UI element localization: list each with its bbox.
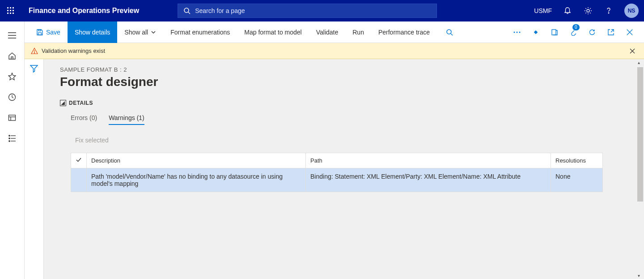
warning-message: Validation warnings exist bbox=[42, 47, 105, 54]
svg-rect-5 bbox=[13, 10, 14, 11]
body-main: SAMPLE FORMAT B : 2 Format designer ◢ DE… bbox=[43, 59, 644, 279]
svg-point-39 bbox=[34, 52, 34, 53]
warning-icon bbox=[31, 47, 38, 55]
tab-errors[interactable]: Errors (0) bbox=[71, 114, 97, 125]
save-icon bbox=[36, 29, 43, 36]
nav-toggle-button[interactable] bbox=[0, 25, 25, 46]
show-all-button[interactable]: Show all bbox=[117, 21, 163, 43]
clock-icon bbox=[8, 93, 16, 101]
svg-rect-8 bbox=[13, 13, 14, 14]
feedback-button[interactable] bbox=[527, 21, 545, 43]
app-launcher-button[interactable] bbox=[0, 0, 21, 21]
column-description[interactable]: Description bbox=[87, 153, 306, 168]
nav-home[interactable] bbox=[0, 46, 25, 66]
app-title: Finance and Operations Preview bbox=[21, 7, 146, 15]
validate-label: Validate bbox=[316, 29, 339, 36]
bell-icon bbox=[564, 7, 572, 15]
hamburger-icon bbox=[8, 32, 16, 39]
svg-line-10 bbox=[188, 12, 190, 14]
filter-button[interactable] bbox=[30, 64, 38, 279]
svg-point-12 bbox=[608, 13, 609, 13]
svg-rect-3 bbox=[7, 10, 8, 11]
modules-icon bbox=[8, 134, 16, 142]
column-resolutions[interactable]: Resolutions bbox=[551, 153, 603, 168]
checkmark-icon bbox=[76, 157, 82, 163]
content-column: Save Show details Show all Format enumer… bbox=[25, 21, 644, 279]
notifications-button[interactable] bbox=[557, 0, 578, 21]
attachments-button[interactable]: 0 bbox=[564, 21, 582, 43]
left-rail bbox=[0, 21, 25, 279]
details-section: ◢ DETAILS Errors (0) Warnings (1) Fix se… bbox=[60, 100, 633, 192]
svg-point-32 bbox=[519, 31, 521, 33]
svg-point-30 bbox=[514, 31, 515, 33]
chevron-down-icon bbox=[151, 30, 156, 35]
page-title: Format designer bbox=[60, 75, 633, 89]
save-label: Save bbox=[46, 29, 60, 36]
svg-point-20 bbox=[9, 135, 10, 136]
details-label: DETAILS bbox=[69, 100, 93, 106]
collapse-icon: ◢ bbox=[60, 100, 66, 106]
popout-button[interactable] bbox=[602, 21, 620, 43]
breadcrumb: SAMPLE FORMAT B : 2 bbox=[60, 66, 633, 73]
global-search-placeholder: Search for a page bbox=[195, 7, 245, 14]
table-row[interactable]: Path 'model/Vendor/Name' has no binding … bbox=[71, 168, 603, 192]
scrollbar-thumb[interactable] bbox=[637, 67, 643, 202]
svg-point-9 bbox=[184, 8, 189, 13]
run-label: Run bbox=[352, 29, 364, 36]
grid-wrapper: Description Path Resolutions Path 'model… bbox=[60, 153, 633, 192]
nav-modules[interactable] bbox=[0, 128, 25, 149]
popout-icon bbox=[607, 29, 614, 36]
avatar[interactable]: NS bbox=[624, 4, 639, 18]
find-button[interactable] bbox=[441, 21, 458, 43]
map-format-button[interactable]: Map format to model bbox=[237, 21, 309, 43]
svg-rect-1 bbox=[10, 7, 11, 9]
refresh-icon bbox=[589, 29, 596, 36]
format-enum-label: Format enumerations bbox=[170, 29, 230, 36]
scrollbar[interactable] bbox=[636, 59, 644, 279]
banner-close-button[interactable] bbox=[629, 46, 640, 56]
more-actions-button[interactable] bbox=[508, 21, 526, 43]
warning-banner: Validation warnings exist bbox=[25, 43, 644, 59]
open-office-button[interactable] bbox=[546, 21, 564, 43]
search-icon bbox=[446, 29, 453, 36]
workspace-icon bbox=[8, 114, 16, 122]
svg-rect-33 bbox=[534, 30, 538, 34]
nav-workspaces[interactable] bbox=[0, 107, 25, 128]
office-icon bbox=[551, 29, 558, 36]
validate-button[interactable]: Validate bbox=[309, 21, 346, 43]
nav-favorites[interactable] bbox=[0, 66, 25, 87]
column-select[interactable] bbox=[71, 153, 87, 168]
show-details-label: Show details bbox=[75, 29, 110, 36]
nav-recent[interactable] bbox=[0, 87, 25, 107]
close-icon bbox=[630, 48, 635, 54]
cell-path: Binding: Statement: XML Element/Party: X… bbox=[306, 168, 551, 192]
company-selector[interactable]: USMF bbox=[529, 7, 557, 14]
svg-rect-26 bbox=[38, 33, 42, 35]
show-details-button[interactable]: Show details bbox=[68, 21, 117, 43]
svg-rect-27 bbox=[38, 30, 41, 31]
close-button[interactable] bbox=[621, 21, 639, 43]
details-header[interactable]: ◢ DETAILS bbox=[60, 100, 633, 106]
svg-point-28 bbox=[447, 30, 451, 34]
fix-selected-button[interactable]: Fix selected bbox=[60, 137, 633, 144]
run-button[interactable]: Run bbox=[345, 21, 371, 43]
svg-line-29 bbox=[451, 34, 453, 35]
save-button[interactable]: Save bbox=[29, 21, 68, 43]
settings-button[interactable] bbox=[578, 0, 598, 21]
refresh-button[interactable] bbox=[583, 21, 601, 43]
table-header-row: Description Path Resolutions bbox=[71, 153, 603, 168]
help-button[interactable] bbox=[598, 0, 619, 21]
topbar: Finance and Operations Preview Search fo… bbox=[0, 0, 644, 21]
svg-rect-17 bbox=[9, 115, 16, 120]
show-all-label: Show all bbox=[124, 29, 148, 36]
column-path[interactable]: Path bbox=[306, 153, 551, 168]
global-search-input[interactable]: Search for a page bbox=[178, 4, 437, 18]
performance-trace-button[interactable]: Performance trace bbox=[371, 21, 437, 43]
row-select[interactable] bbox=[71, 168, 87, 192]
tab-warnings[interactable]: Warnings (1) bbox=[109, 114, 144, 125]
svg-rect-0 bbox=[7, 7, 8, 9]
more-icon bbox=[513, 31, 521, 33]
search-icon bbox=[183, 7, 191, 14]
svg-point-31 bbox=[517, 31, 518, 33]
format-enumerations-button[interactable]: Format enumerations bbox=[163, 21, 237, 43]
